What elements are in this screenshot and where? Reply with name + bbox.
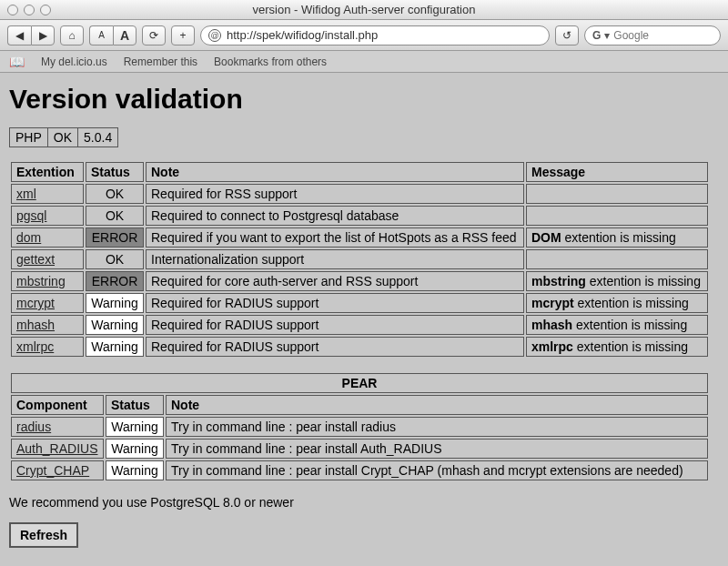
- pear-table: PEAR Component Status Note radius Warnin…: [9, 371, 710, 482]
- table-row: xml OK Required for RSS support: [11, 184, 708, 204]
- status-badge: ERROR: [86, 271, 144, 291]
- search-placeholder: Google: [613, 29, 649, 42]
- table-row: mbstring ERROR Required for core auth-se…: [11, 271, 708, 291]
- col-note: Note: [146, 162, 524, 182]
- ext-link-mcrypt[interactable]: mcrypt: [16, 296, 55, 310]
- col-extension: Extention: [11, 162, 84, 182]
- note-cell: Required to connect to Postgresql databa…: [146, 206, 524, 226]
- bookmark-item[interactable]: Remember this: [124, 56, 197, 68]
- bookmark-item[interactable]: My del.icio.us: [41, 56, 107, 68]
- message-cell: mhash extention is missing: [526, 315, 708, 335]
- ext-link-mhash[interactable]: mhash: [16, 318, 55, 332]
- table-row: pgsql OK Required to connect to Postgres…: [11, 206, 708, 226]
- back-button[interactable]: ◀: [7, 25, 31, 45]
- php-version: 5.0.4: [78, 128, 117, 147]
- table-row: mcrypt Warning Required for RADIUS suppo…: [11, 293, 708, 313]
- forward-button[interactable]: ▶: [31, 25, 55, 45]
- message-cell: mbstring extention is missing: [526, 271, 708, 291]
- extensions-table: Extention Status Note Message xml OK Req…: [9, 160, 710, 359]
- php-version-box: PHP OK 5.0.4: [9, 127, 118, 147]
- note-cell: Required for RADIUS support: [146, 293, 524, 313]
- textsize-larger-button[interactable]: A: [113, 25, 136, 45]
- message-cell: DOM extention is missing: [526, 227, 708, 248]
- home-icon: ⌂: [68, 29, 75, 42]
- page-content: Version validation PHP OK 5.0.4 Extentio…: [0, 73, 728, 566]
- plus-icon: +: [179, 29, 186, 42]
- pear-link-authradius[interactable]: Auth_RADIUS: [16, 441, 97, 456]
- forward-icon: ▶: [39, 29, 47, 42]
- window-title: version - Wifidog Auth-server configurat…: [0, 3, 728, 16]
- ext-link-gettext[interactable]: gettext: [16, 252, 55, 267]
- col-message: Message: [526, 162, 708, 182]
- table-row: dom ERROR Required if you want to export…: [11, 227, 708, 248]
- col-status: Status: [86, 162, 144, 182]
- status-badge: Warning: [106, 439, 164, 459]
- snapback-icon: ↺: [562, 29, 571, 42]
- pear-link-cryptchap[interactable]: Crypt_CHAP: [16, 463, 89, 478]
- col-note: Note: [166, 395, 708, 415]
- message-cell: mcrypt extention is missing: [526, 293, 708, 313]
- ext-link-mbstring[interactable]: mbstring: [16, 274, 66, 288]
- bookmarks-bar: 📖 My del.icio.us Remember this Bookmarks…: [0, 51, 728, 73]
- table-header-row: Extention Status Note Message: [11, 162, 708, 182]
- site-favicon-icon: @: [208, 29, 221, 42]
- message-cell: xmlrpc extention is missing: [526, 337, 708, 357]
- php-label: PHP: [10, 128, 48, 147]
- home-button[interactable]: ⌂: [60, 25, 84, 45]
- note-cell: Required if you want to export the list …: [146, 227, 524, 248]
- pear-link-radius[interactable]: radius: [16, 419, 51, 434]
- status-badge: Warning: [86, 315, 144, 335]
- browser-toolbar: ◀ ▶ ⌂ A A ⟳ + @ http://spek/wifidog/inst…: [0, 20, 728, 51]
- table-row: radius Warning Try in command line : pea…: [11, 417, 708, 437]
- table-header-row: Component Status Note: [11, 395, 708, 415]
- table-row: gettext OK Internationalization support: [11, 249, 708, 269]
- note-cell: Required for core auth-server and RSS su…: [146, 271, 524, 291]
- reload-button[interactable]: ⟳: [142, 25, 166, 45]
- table-row: Crypt_CHAP Warning Try in command line :…: [11, 460, 708, 480]
- table-row: mhash Warning Required for RADIUS suppor…: [11, 315, 708, 335]
- message-cell: [526, 184, 708, 204]
- col-component: Component: [11, 395, 104, 415]
- textsize-smaller-button[interactable]: A: [89, 25, 113, 45]
- status-badge: OK: [86, 249, 144, 269]
- message-cell: [526, 249, 708, 269]
- snapback-button[interactable]: ↺: [555, 25, 579, 45]
- status-badge: ERROR: [86, 227, 144, 248]
- note-cell: Try in command line : pear install Auth_…: [166, 439, 708, 459]
- ext-link-dom[interactable]: dom: [16, 230, 41, 245]
- add-bookmark-button[interactable]: +: [171, 25, 195, 45]
- note-cell: Internationalization support: [146, 249, 524, 269]
- recommendation-text: We recommend you use PostgreSQL 8.0 or n…: [9, 495, 719, 510]
- note-cell: Try in command line : pear install Crypt…: [166, 460, 708, 480]
- note-cell: Required for RADIUS support: [146, 315, 524, 335]
- search-field[interactable]: G ▾ Google: [584, 25, 721, 45]
- refresh-button[interactable]: Refresh: [9, 522, 78, 548]
- note-cell: Required for RADIUS support: [146, 337, 524, 357]
- ext-link-pgsql[interactable]: pgsql: [16, 208, 46, 223]
- message-cell: [526, 206, 708, 226]
- ext-link-xml[interactable]: xml: [16, 187, 36, 201]
- back-icon: ◀: [15, 29, 24, 42]
- table-row: xmlrpc Warning Required for RADIUS suppo…: [11, 337, 708, 357]
- close-window-button[interactable]: [7, 5, 18, 15]
- search-engine-icon: G: [592, 29, 601, 42]
- window-traffic-lights: [7, 5, 51, 15]
- status-badge: Warning: [86, 293, 144, 313]
- note-cell: Try in command line : pear install radiu…: [166, 417, 708, 437]
- minimize-window-button[interactable]: [24, 5, 35, 15]
- note-cell: Required for RSS support: [146, 184, 524, 204]
- table-row: Auth_RADIUS Warning Try in command line …: [11, 439, 708, 459]
- zoom-window-button[interactable]: [40, 5, 51, 15]
- url-text: http://spek/wifidog/install.php: [227, 28, 378, 42]
- bookmarks-menu-icon[interactable]: 📖: [9, 55, 25, 69]
- status-badge: OK: [86, 206, 144, 226]
- status-badge: OK: [86, 184, 144, 204]
- pear-title: PEAR: [11, 373, 708, 393]
- ext-link-xmlrpc[interactable]: xmlrpc: [16, 339, 54, 354]
- status-badge: Warning: [86, 337, 144, 357]
- bookmark-item[interactable]: Bookmarks from others: [214, 56, 327, 68]
- col-status: Status: [106, 395, 164, 415]
- address-bar[interactable]: @ http://spek/wifidog/install.php: [200, 25, 550, 45]
- status-badge: Warning: [106, 460, 164, 480]
- reload-icon: ⟳: [149, 29, 158, 42]
